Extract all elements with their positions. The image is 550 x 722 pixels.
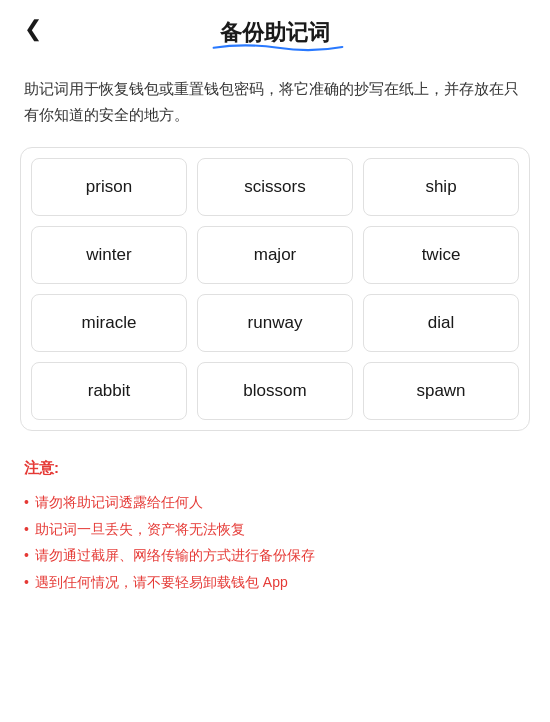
page-title: 备份助记词 <box>220 20 330 45</box>
notice-list: 请勿将助记词透露给任何人助记词一旦丢失，资产将无法恢复请勿通过截屏、网络传输的方… <box>24 490 526 594</box>
description-text: 助记词用于恢复钱包或重置钱包密码，将它准确的抄写在纸上，并存放在只有你知道的安全… <box>0 58 550 147</box>
notice-item-3: 请勿通过截屏、网络传输的方式进行备份保存 <box>24 543 526 568</box>
mnemonic-word-11: blossom <box>197 362 353 420</box>
mnemonic-word-5: major <box>197 226 353 284</box>
mnemonic-word-1: prison <box>31 158 187 216</box>
mnemonic-word-4: winter <box>31 226 187 284</box>
mnemonic-word-12: spawn <box>363 362 519 420</box>
notice-title: 注意: <box>24 459 526 478</box>
mnemonic-word-2: scissors <box>197 158 353 216</box>
header: ❮ 备份助记词 <box>0 0 550 58</box>
mnemonic-word-8: runway <box>197 294 353 352</box>
mnemonic-word-7: miracle <box>31 294 187 352</box>
notice-item-2: 助记词一旦丢失，资产将无法恢复 <box>24 517 526 542</box>
title-wrapper: 备份助记词 <box>220 18 330 48</box>
notice-item-4: 遇到任何情况，请不要轻易卸载钱包 App <box>24 570 526 595</box>
mnemonic-grid: prisonscissorsshipwintermajortwicemiracl… <box>31 158 519 420</box>
notice-section: 注意: 请勿将助记词透露给任何人助记词一旦丢失，资产将无法恢复请勿通过截屏、网络… <box>0 431 550 620</box>
back-button[interactable]: ❮ <box>20 12 46 46</box>
mnemonic-word-3: ship <box>363 158 519 216</box>
mnemonic-word-6: twice <box>363 226 519 284</box>
notice-item-1: 请勿将助记词透露给任何人 <box>24 490 526 515</box>
mnemonic-word-9: dial <box>363 294 519 352</box>
mnemonic-grid-container: prisonscissorsshipwintermajortwicemiracl… <box>20 147 530 431</box>
mnemonic-word-10: rabbit <box>31 362 187 420</box>
